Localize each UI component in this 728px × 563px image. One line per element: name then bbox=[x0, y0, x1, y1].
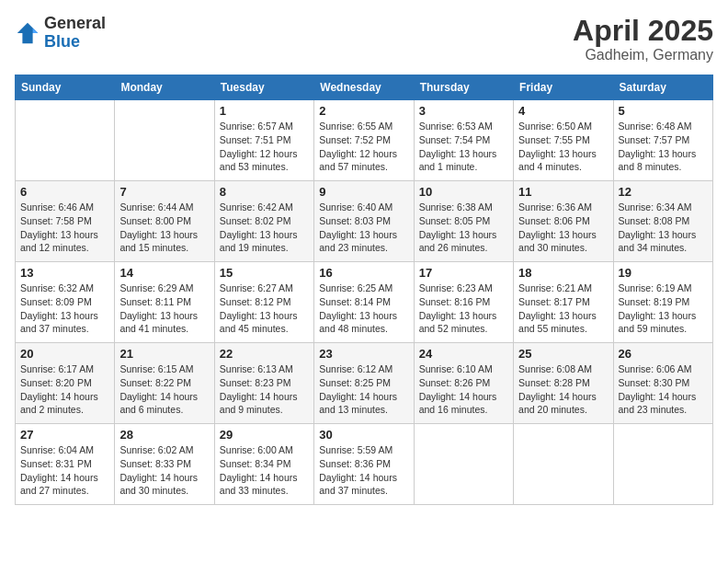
day-info: Sunrise: 6:55 AM Sunset: 7:52 PM Dayligh… bbox=[319, 120, 408, 174]
day-number: 30 bbox=[319, 428, 408, 442]
day-info: Sunrise: 6:17 AM Sunset: 8:20 PM Dayligh… bbox=[20, 362, 109, 417]
day-info: Sunrise: 6:29 AM Sunset: 8:11 PM Dayligh… bbox=[119, 282, 209, 336]
empty-cell bbox=[16, 100, 115, 181]
day-info: Sunrise: 6:15 AM Sunset: 8:22 PM Dayligh… bbox=[119, 362, 209, 417]
calendar-table: SundayMondayTuesdayWednesdayThursdayFrid… bbox=[15, 75, 713, 505]
day-number: 13 bbox=[20, 266, 109, 280]
day-info: Sunrise: 6:42 AM Sunset: 8:02 PM Dayligh… bbox=[220, 201, 309, 255]
calendar-day-cell: 8Sunrise: 6:42 AM Sunset: 8:02 PM Daylig… bbox=[214, 181, 313, 262]
calendar-day-cell: 26Sunrise: 6:06 AM Sunset: 8:30 PM Dayli… bbox=[613, 343, 712, 424]
day-info: Sunrise: 6:21 AM Sunset: 8:17 PM Dayligh… bbox=[518, 282, 608, 336]
calendar-day-cell: 12Sunrise: 6:34 AM Sunset: 8:08 PM Dayli… bbox=[613, 181, 712, 262]
day-number: 4 bbox=[518, 104, 608, 118]
day-info: Sunrise: 6:38 AM Sunset: 8:05 PM Dayligh… bbox=[419, 201, 508, 255]
calendar-day-cell: 1Sunrise: 6:57 AM Sunset: 7:51 PM Daylig… bbox=[214, 100, 313, 181]
column-header-tuesday: Tuesday bbox=[214, 75, 313, 100]
day-number: 8 bbox=[220, 185, 309, 199]
logo: General Blue bbox=[15, 15, 106, 52]
calendar-day-cell: 15Sunrise: 6:27 AM Sunset: 8:12 PM Dayli… bbox=[214, 262, 313, 343]
day-info: Sunrise: 6:06 AM Sunset: 8:30 PM Dayligh… bbox=[619, 362, 708, 417]
day-info: Sunrise: 6:57 AM Sunset: 7:51 PM Dayligh… bbox=[220, 120, 309, 174]
calendar-day-cell: 4Sunrise: 6:50 AM Sunset: 7:55 PM Daylig… bbox=[514, 100, 613, 181]
calendar-day-cell: 6Sunrise: 6:46 AM Sunset: 7:58 PM Daylig… bbox=[16, 181, 115, 262]
day-info: Sunrise: 6:48 AM Sunset: 7:57 PM Dayligh… bbox=[619, 120, 708, 174]
logo-text: General Blue bbox=[44, 15, 106, 52]
day-info: Sunrise: 6:34 AM Sunset: 8:08 PM Dayligh… bbox=[619, 201, 708, 255]
day-info: Sunrise: 6:00 AM Sunset: 8:34 PM Dayligh… bbox=[220, 443, 309, 498]
column-header-saturday: Saturday bbox=[613, 75, 712, 100]
day-number: 1 bbox=[220, 104, 309, 118]
calendar-day-cell: 7Sunrise: 6:44 AM Sunset: 8:00 PM Daylig… bbox=[115, 181, 214, 262]
calendar-day-cell: 9Sunrise: 6:40 AM Sunset: 8:03 PM Daylig… bbox=[314, 181, 414, 262]
calendar-day-cell: 28Sunrise: 6:02 AM Sunset: 8:33 PM Dayli… bbox=[115, 424, 214, 505]
calendar-day-cell: 21Sunrise: 6:15 AM Sunset: 8:22 PM Dayli… bbox=[115, 343, 214, 424]
calendar-day-cell: 14Sunrise: 6:29 AM Sunset: 8:11 PM Dayli… bbox=[115, 262, 214, 343]
day-number: 6 bbox=[20, 185, 109, 199]
day-info: Sunrise: 6:02 AM Sunset: 8:33 PM Dayligh… bbox=[119, 443, 209, 498]
calendar-day-cell: 25Sunrise: 6:08 AM Sunset: 8:28 PM Dayli… bbox=[514, 343, 613, 424]
day-info: Sunrise: 5:59 AM Sunset: 8:36 PM Dayligh… bbox=[319, 443, 408, 498]
calendar-day-cell: 20Sunrise: 6:17 AM Sunset: 8:20 PM Dayli… bbox=[16, 343, 115, 424]
day-info: Sunrise: 6:44 AM Sunset: 8:00 PM Dayligh… bbox=[119, 201, 209, 255]
calendar-day-cell: 29Sunrise: 6:00 AM Sunset: 8:34 PM Dayli… bbox=[214, 424, 313, 505]
day-number: 9 bbox=[319, 185, 408, 199]
day-number: 15 bbox=[220, 266, 309, 280]
day-number: 27 bbox=[20, 428, 109, 442]
title-area: April 2025 Gadheim, Germany bbox=[573, 15, 713, 63]
day-number: 17 bbox=[419, 266, 508, 280]
day-number: 12 bbox=[619, 185, 708, 199]
calendar-header-row: SundayMondayTuesdayWednesdayThursdayFrid… bbox=[16, 75, 713, 100]
day-info: Sunrise: 6:23 AM Sunset: 8:16 PM Dayligh… bbox=[419, 282, 508, 336]
day-number: 2 bbox=[319, 104, 408, 118]
calendar-week-row: 27Sunrise: 6:04 AM Sunset: 8:31 PM Dayli… bbox=[16, 424, 713, 505]
calendar-day-cell: 18Sunrise: 6:21 AM Sunset: 8:17 PM Dayli… bbox=[514, 262, 613, 343]
calendar-day-cell: 2Sunrise: 6:55 AM Sunset: 7:52 PM Daylig… bbox=[314, 100, 414, 181]
day-number: 5 bbox=[619, 104, 708, 118]
day-info: Sunrise: 6:13 AM Sunset: 8:23 PM Dayligh… bbox=[220, 362, 309, 417]
calendar-week-row: 6Sunrise: 6:46 AM Sunset: 7:58 PM Daylig… bbox=[16, 181, 713, 262]
calendar-day-cell: 19Sunrise: 6:19 AM Sunset: 8:19 PM Dayli… bbox=[613, 262, 712, 343]
column-header-wednesday: Wednesday bbox=[314, 75, 414, 100]
day-info: Sunrise: 6:08 AM Sunset: 8:28 PM Dayligh… bbox=[518, 362, 608, 417]
day-number: 29 bbox=[220, 428, 309, 442]
empty-cell bbox=[514, 424, 613, 505]
day-info: Sunrise: 6:04 AM Sunset: 8:31 PM Dayligh… bbox=[20, 443, 109, 498]
day-info: Sunrise: 6:36 AM Sunset: 8:06 PM Dayligh… bbox=[518, 201, 608, 255]
day-info: Sunrise: 6:53 AM Sunset: 7:54 PM Dayligh… bbox=[419, 120, 508, 174]
day-number: 28 bbox=[119, 428, 209, 442]
empty-cell bbox=[414, 424, 513, 505]
page-header: General Blue April 2025 Gadheim, Germany bbox=[15, 15, 713, 63]
column-header-friday: Friday bbox=[514, 75, 613, 100]
calendar-day-cell: 23Sunrise: 6:12 AM Sunset: 8:25 PM Dayli… bbox=[314, 343, 414, 424]
day-number: 20 bbox=[20, 347, 109, 361]
day-info: Sunrise: 6:10 AM Sunset: 8:26 PM Dayligh… bbox=[419, 362, 508, 417]
column-header-sunday: Sunday bbox=[16, 75, 115, 100]
day-number: 26 bbox=[619, 347, 708, 361]
empty-cell bbox=[115, 100, 214, 181]
empty-cell bbox=[613, 424, 712, 505]
day-info: Sunrise: 6:12 AM Sunset: 8:25 PM Dayligh… bbox=[319, 362, 408, 417]
day-number: 18 bbox=[518, 266, 608, 280]
calendar-day-cell: 27Sunrise: 6:04 AM Sunset: 8:31 PM Dayli… bbox=[16, 424, 115, 505]
day-info: Sunrise: 6:27 AM Sunset: 8:12 PM Dayligh… bbox=[220, 282, 309, 336]
day-info: Sunrise: 6:50 AM Sunset: 7:55 PM Dayligh… bbox=[518, 120, 608, 174]
day-number: 25 bbox=[518, 347, 608, 361]
calendar-day-cell: 5Sunrise: 6:48 AM Sunset: 7:57 PM Daylig… bbox=[613, 100, 712, 181]
calendar-day-cell: 30Sunrise: 5:59 AM Sunset: 8:36 PM Dayli… bbox=[314, 424, 414, 505]
day-number: 14 bbox=[119, 266, 209, 280]
calendar-day-cell: 17Sunrise: 6:23 AM Sunset: 8:16 PM Dayli… bbox=[414, 262, 513, 343]
calendar-week-row: 1Sunrise: 6:57 AM Sunset: 7:51 PM Daylig… bbox=[16, 100, 713, 181]
calendar-week-row: 20Sunrise: 6:17 AM Sunset: 8:20 PM Dayli… bbox=[16, 343, 713, 424]
calendar-day-cell: 13Sunrise: 6:32 AM Sunset: 8:09 PM Dayli… bbox=[16, 262, 115, 343]
svg-marker-1 bbox=[33, 28, 39, 33]
day-number: 22 bbox=[220, 347, 309, 361]
day-number: 24 bbox=[419, 347, 508, 361]
calendar-week-row: 13Sunrise: 6:32 AM Sunset: 8:09 PM Dayli… bbox=[16, 262, 713, 343]
day-info: Sunrise: 6:40 AM Sunset: 8:03 PM Dayligh… bbox=[319, 201, 408, 255]
day-number: 16 bbox=[319, 266, 408, 280]
calendar-day-cell: 3Sunrise: 6:53 AM Sunset: 7:54 PM Daylig… bbox=[414, 100, 513, 181]
day-info: Sunrise: 6:19 AM Sunset: 8:19 PM Dayligh… bbox=[619, 282, 708, 336]
day-number: 21 bbox=[119, 347, 209, 361]
calendar-day-cell: 10Sunrise: 6:38 AM Sunset: 8:05 PM Dayli… bbox=[414, 181, 513, 262]
calendar-day-cell: 16Sunrise: 6:25 AM Sunset: 8:14 PM Dayli… bbox=[314, 262, 414, 343]
